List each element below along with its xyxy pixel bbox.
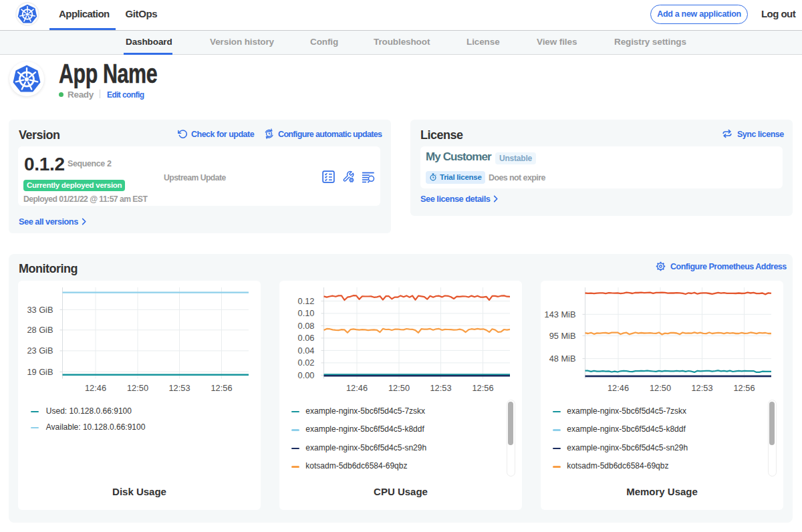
svg-text:12:53: 12:53	[430, 383, 451, 393]
svg-text:28 GiB: 28 GiB	[27, 325, 53, 335]
svg-text:0.12: 0.12	[298, 296, 315, 306]
svg-text:12:56: 12:56	[733, 383, 755, 393]
svg-text:0.04: 0.04	[298, 346, 315, 356]
svg-text:48 MiB: 48 MiB	[549, 354, 576, 364]
svg-text:0.10: 0.10	[298, 308, 315, 318]
svg-text:33 GiB: 33 GiB	[27, 305, 53, 315]
svg-text:12:56: 12:56	[472, 383, 493, 393]
svg-text:0.00: 0.00	[298, 370, 315, 380]
svg-text:12:50: 12:50	[388, 383, 410, 393]
svg-text:12:46: 12:46	[85, 383, 106, 393]
svg-text:12:56: 12:56	[211, 383, 232, 393]
svg-text:0.02: 0.02	[298, 358, 315, 368]
svg-text:0.08: 0.08	[298, 321, 315, 331]
svg-text:23 GiB: 23 GiB	[27, 346, 53, 356]
svg-text:12:46: 12:46	[346, 383, 368, 393]
svg-text:0.06: 0.06	[298, 333, 315, 343]
svg-text:12:46: 12:46	[608, 383, 629, 393]
svg-text:12:53: 12:53	[691, 383, 712, 393]
svg-text:143 MiB: 143 MiB	[545, 309, 576, 319]
svg-text:12:50: 12:50	[650, 383, 671, 393]
svg-text:95 MiB: 95 MiB	[549, 331, 576, 341]
svg-text:12:50: 12:50	[127, 383, 148, 393]
svg-text:19 GiB: 19 GiB	[27, 367, 53, 377]
svg-text:12:53: 12:53	[168, 383, 190, 393]
